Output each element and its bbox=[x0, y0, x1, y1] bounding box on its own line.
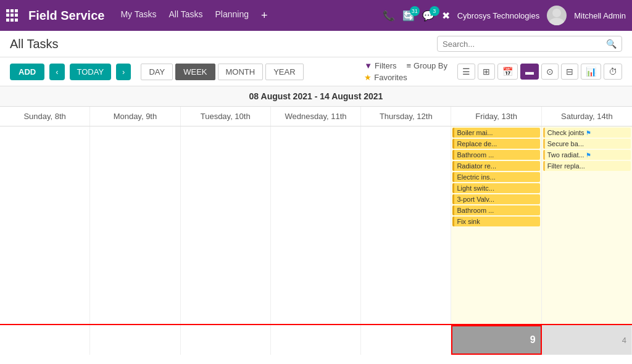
add-button[interactable]: ADD bbox=[10, 64, 44, 80]
add-menu-button[interactable]: + bbox=[261, 9, 268, 22]
tab-year[interactable]: YEAR bbox=[265, 64, 303, 80]
svg-point-0 bbox=[552, 9, 561, 17]
footer-monday bbox=[90, 325, 180, 355]
filter-icon: ▼ bbox=[364, 61, 372, 70]
footer-thursday bbox=[361, 325, 451, 355]
map-view-button[interactable]: ⊙ bbox=[541, 64, 559, 80]
favorites-label: Favorites bbox=[374, 73, 407, 82]
task-2[interactable]: Bathroom ... bbox=[452, 150, 539, 160]
kanban-view-button[interactable]: ⊞ bbox=[478, 64, 495, 80]
task-0[interactable]: Boiler mai... bbox=[452, 128, 539, 138]
day-header-2: Tuesday, 10th bbox=[181, 107, 271, 126]
favorites-button[interactable]: ★ Favorites bbox=[364, 73, 447, 82]
chat-icon[interactable]: 💬 3 bbox=[422, 10, 434, 22]
gantt-view-button[interactable]: ▬ bbox=[520, 64, 539, 80]
footer-wednesday bbox=[271, 325, 361, 355]
calendar-footer: 9 4 bbox=[0, 324, 632, 355]
page-title: All Tasks bbox=[10, 37, 59, 51]
main-content: All Tasks 🔍 ADD ‹ TODAY › DAY WEEK MONTH… bbox=[0, 31, 632, 364]
top-menu: My Tasks All Tasks Planning + bbox=[120, 9, 372, 22]
calendar-grid: Boiler mai... Replace de... Bathroom ...… bbox=[0, 126, 632, 324]
filters-label: Filters bbox=[375, 61, 396, 70]
phone-icon[interactable]: 📞 bbox=[383, 10, 395, 22]
day-header-6: Saturday, 14th bbox=[542, 107, 632, 126]
topnav: Field Service My Tasks All Tasks Plannin… bbox=[0, 0, 632, 31]
day-header-4: Thursday, 12th bbox=[361, 107, 451, 126]
star-icon: ★ bbox=[364, 73, 372, 82]
task-8[interactable]: Fix sink bbox=[452, 217, 539, 226]
task-4[interactable]: Electric ins... bbox=[452, 172, 539, 182]
subheader: All Tasks 🔍 bbox=[0, 31, 632, 57]
user-name: Mitchell Admin bbox=[574, 11, 626, 20]
day-col-wednesday[interactable] bbox=[271, 126, 361, 324]
day-col-sunday[interactable] bbox=[0, 126, 90, 324]
chart-view-button[interactable]: 📊 bbox=[581, 64, 601, 80]
app-title: Field Service bbox=[28, 9, 104, 23]
sat-task-3[interactable]: Filter repla... bbox=[543, 161, 631, 171]
menu-my-tasks[interactable]: My Tasks bbox=[120, 9, 156, 22]
toolbar-right: ▼ Filters ≡ Group By ★ Favorites ☰ bbox=[364, 61, 622, 82]
tab-month[interactable]: MONTH bbox=[218, 64, 264, 80]
view-icons: ☰ ⊞ 📅 ▬ ⊙ ⊟ 📊 ⏱ bbox=[457, 64, 622, 80]
day-header-3: Wednesday, 11th bbox=[271, 107, 361, 126]
groupby-icon: ≡ bbox=[406, 61, 411, 70]
tools-icon[interactable]: ✖ bbox=[442, 10, 450, 22]
day-header-1: Monday, 9th bbox=[90, 107, 180, 126]
group-by-label: Group By bbox=[414, 61, 447, 70]
menu-all-tasks[interactable]: All Tasks bbox=[169, 9, 203, 22]
days-header: Sunday, 8th Monday, 9th Tuesday, 10th We… bbox=[0, 107, 632, 126]
calendar-view-button[interactable]: 📅 bbox=[497, 64, 518, 80]
menu-planning[interactable]: Planning bbox=[215, 9, 249, 22]
day-col-friday[interactable]: Boiler mai... Replace de... Bathroom ...… bbox=[451, 126, 541, 324]
view-tabs: DAY WEEK MONTH YEAR bbox=[141, 64, 303, 80]
day-col-tuesday[interactable] bbox=[181, 126, 271, 324]
footer-friday[interactable]: 9 bbox=[451, 325, 541, 355]
group-by-button[interactable]: ≡ Group By bbox=[406, 61, 447, 70]
grid-view-button[interactable]: ⊟ bbox=[561, 64, 578, 80]
day-col-saturday[interactable]: Check joints Secure ba... Two radiat... … bbox=[542, 126, 632, 324]
footer-tuesday bbox=[181, 325, 271, 355]
svg-point-1 bbox=[549, 18, 564, 25]
day-col-monday[interactable] bbox=[90, 126, 180, 324]
task-6[interactable]: 3-port Valv... bbox=[452, 194, 539, 204]
user-avatar[interactable] bbox=[547, 6, 567, 25]
search-icon: 🔍 bbox=[606, 39, 617, 49]
toolbar: ADD ‹ TODAY › DAY WEEK MONTH YEAR ▼ Filt… bbox=[0, 57, 632, 86]
task-5[interactable]: Light switc... bbox=[452, 183, 539, 193]
day-header-0: Sunday, 8th bbox=[0, 107, 90, 126]
search-input[interactable] bbox=[443, 39, 606, 49]
grid-menu-icon[interactable] bbox=[6, 9, 19, 22]
filters-button[interactable]: ▼ Filters bbox=[364, 61, 396, 70]
day-col-thursday[interactable] bbox=[361, 126, 451, 324]
calendar: 08 August 2021 - 14 August 2021 Sunday, … bbox=[0, 86, 632, 364]
company-name: Cybrosys Technologies bbox=[457, 11, 539, 20]
activity-icon[interactable]: 🔄 31 bbox=[402, 10, 415, 22]
task-3[interactable]: Radiator re... bbox=[452, 161, 539, 171]
search-bar: 🔍 bbox=[437, 36, 622, 52]
topnav-icons: 📞 🔄 31 💬 3 ✖ Cybrosys Technologies Mitch… bbox=[383, 6, 626, 25]
sat-task-0[interactable]: Check joints bbox=[543, 128, 631, 138]
footer-saturday[interactable]: 4 bbox=[542, 325, 632, 355]
day-header-5: Friday, 13th bbox=[451, 107, 541, 126]
footer-sunday bbox=[0, 325, 90, 355]
list-view-button[interactable]: ☰ bbox=[457, 64, 475, 80]
today-button[interactable]: TODAY bbox=[70, 64, 112, 80]
next-button[interactable]: › bbox=[116, 64, 131, 80]
tab-day[interactable]: DAY bbox=[141, 64, 173, 80]
task-7[interactable]: Bathroom ... bbox=[452, 205, 539, 215]
week-header: 08 August 2021 - 14 August 2021 bbox=[0, 86, 632, 107]
task-1[interactable]: Replace de... bbox=[452, 139, 539, 149]
chat-badge: 3 bbox=[430, 6, 439, 16]
activity-view-button[interactable]: ⏱ bbox=[604, 64, 622, 80]
prev-button[interactable]: ‹ bbox=[49, 64, 64, 80]
sat-task-2[interactable]: Two radiat... bbox=[543, 150, 631, 160]
activity-badge: 31 bbox=[410, 6, 420, 16]
tab-week[interactable]: WEEK bbox=[175, 64, 215, 80]
sat-task-1[interactable]: Secure ba... bbox=[543, 139, 631, 149]
